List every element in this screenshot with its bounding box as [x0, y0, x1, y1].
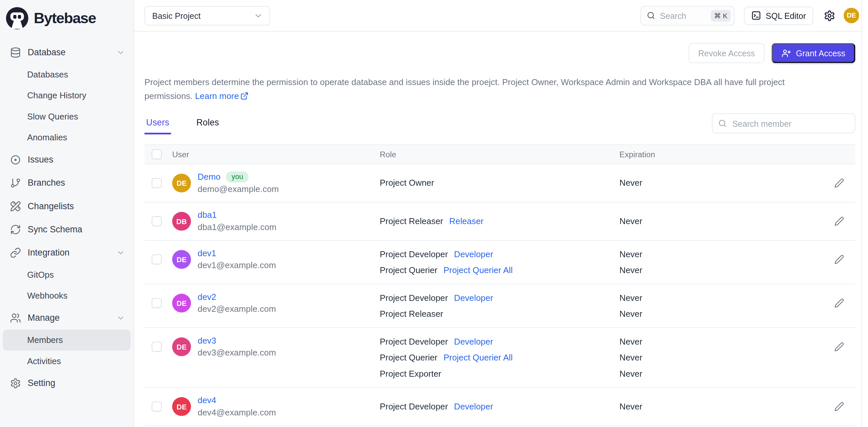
member-cell: DEdev3dev3@example.com [172, 334, 380, 360]
role-link[interactable]: Developer [454, 249, 493, 259]
member-name-link[interactable]: dba1 [198, 209, 217, 221]
role-cell: Project ReleaserReleaser [380, 208, 620, 234]
sidebar: Bytebase DatabaseDatabasesChange History… [0, 0, 134, 427]
expiration-value: Never [620, 290, 752, 306]
sidebar-item-changelists[interactable]: Changelists [3, 195, 130, 218]
sidebar-item-label: Databases [27, 70, 125, 80]
sidebar-item-integration[interactable]: Integration [3, 241, 130, 264]
chevron-down-icon [253, 11, 263, 20]
sidebar-item-label: Sync Schema [28, 224, 125, 234]
sidebar-item-sync-schema[interactable]: Sync Schema [3, 218, 130, 241]
main-area: Basic Project Search ⌘ K SQL E [134, 0, 868, 427]
role-cell: Project DeveloperDeveloper [380, 393, 620, 420]
role-link[interactable]: Project Querier All [444, 265, 513, 275]
topbar: Basic Project Search ⌘ K SQL E [134, 0, 868, 31]
role-link[interactable]: Developer [454, 401, 493, 412]
sidebar-item-issues[interactable]: Issues [3, 148, 130, 171]
member-name-link[interactable]: dev2 [198, 291, 216, 302]
sidebar-item-label: Issues [28, 155, 125, 165]
chevron-down-icon [116, 48, 125, 57]
role-link[interactable]: Releaser [449, 216, 484, 226]
brand-logo[interactable]: Bytebase [0, 0, 133, 36]
sidebar-item-webhooks[interactable]: Webhooks [3, 285, 130, 306]
sidebar-item-change-history[interactable]: Change History [3, 85, 130, 106]
sql-editor-label: SQL Editor [766, 11, 806, 20]
row-checkbox[interactable] [152, 255, 162, 264]
row-checkbox[interactable] [152, 401, 162, 412]
edit-pencil-icon[interactable] [834, 342, 844, 352]
sidebar-item-setting[interactable]: Setting [3, 372, 130, 395]
sidebar-item-database[interactable]: Database [3, 41, 130, 64]
user-avatar[interactable]: DE [843, 8, 859, 23]
member-name-link[interactable]: Demo [198, 171, 221, 183]
member-meta: dev3dev3@example.com [198, 334, 276, 360]
edit-pencil-icon[interactable] [834, 298, 844, 308]
tabs: UsersRoles [145, 118, 221, 134]
expiration-value: Never [620, 334, 752, 350]
sidebar-item-manage[interactable]: Manage [3, 306, 130, 330]
gear-icon[interactable] [824, 10, 835, 21]
edit-pencil-icon[interactable] [834, 255, 844, 264]
member-cell: DBdba1dba1@example.com [172, 208, 380, 234]
role-line: Project QuerierProject Querier All [380, 262, 620, 278]
sidebar-item-label: Anomalies [27, 133, 125, 143]
table-header: User Role Expiration [145, 145, 855, 164]
role-link[interactable]: Project Querier All [444, 353, 513, 362]
expiration-value: Never [620, 306, 752, 322]
table-row: DEdev1dev1@example.comProject DeveloperD… [145, 241, 855, 284]
member-search [712, 113, 856, 133]
select-all-checkbox[interactable] [152, 149, 162, 159]
row-checkbox-cell [145, 208, 172, 234]
revoke-access-button[interactable]: Revoke Access [689, 43, 764, 63]
sidebar-item-anomalies[interactable]: Anomalies [3, 127, 130, 148]
sidebar-item-branches[interactable]: Branches [3, 171, 130, 195]
app-window: Bytebase DatabaseDatabasesChange History… [0, 0, 868, 427]
sidebar-item-activities[interactable]: Activities [3, 351, 130, 371]
terminal-icon [751, 10, 761, 21]
sidebar-item-slow-queries[interactable]: Slow Queries [3, 106, 130, 127]
role-cell: Project DeveloperDeveloperProject Querie… [380, 334, 620, 382]
project-selector[interactable]: Basic Project [145, 6, 270, 25]
global-search-input[interactable]: Search ⌘ K [641, 6, 735, 25]
link-icon [10, 247, 21, 258]
sidebar-item-label: Branches [28, 178, 125, 188]
member-name-link[interactable]: dev3 [198, 335, 216, 346]
role-cell: Project DeveloperDeveloperProject Querie… [380, 246, 620, 278]
member-search-input[interactable] [731, 118, 849, 129]
expiration-value: Never [620, 246, 752, 262]
tab-roles[interactable]: Roles [195, 118, 221, 134]
table-row: DEdev3dev3@example.comProject DeveloperD… [145, 328, 855, 388]
tab-users[interactable]: Users [145, 118, 171, 134]
sidebar-item-members[interactable]: Members [3, 330, 130, 351]
role-link[interactable]: Developer [454, 337, 493, 347]
row-checkbox[interactable] [152, 342, 162, 352]
avatar: DE [172, 250, 191, 269]
sidebar-item-databases[interactable]: Databases [3, 64, 130, 85]
edit-pencil-icon[interactable] [834, 178, 844, 188]
row-checkbox[interactable] [152, 178, 162, 188]
row-checkbox-cell [145, 393, 172, 420]
sidebar-item-gitops[interactable]: GitOps [3, 264, 130, 285]
scrollbar-gutter[interactable] [861, 0, 868, 427]
row-checkbox[interactable] [152, 298, 162, 308]
member-name-line: dev1 [198, 247, 276, 259]
edit-pencil-icon[interactable] [834, 216, 844, 226]
row-checkbox[interactable] [152, 216, 162, 226]
member-name-link[interactable]: dev1 [198, 247, 216, 259]
edit-pencil-icon[interactable] [834, 401, 844, 412]
member-meta: dev2dev2@example.com [198, 290, 276, 317]
pencil-ruler-icon [10, 201, 21, 212]
member-name-line: dev2 [198, 291, 276, 302]
member-meta: Demoyoudemo@example.com [198, 170, 279, 196]
sql-editor-button[interactable]: SQL Editor [744, 6, 813, 25]
role-line: Project Exporter [380, 366, 620, 382]
brand-name: Bytebase [34, 10, 96, 27]
member-name-link[interactable]: dev4 [198, 394, 216, 406]
member-cell: DEdev2dev2@example.com [172, 290, 380, 317]
learn-more-link[interactable]: Learn more [195, 91, 248, 100]
grant-access-button[interactable]: Grant Access [772, 43, 856, 63]
sidebar-item-label: GitOps [27, 270, 125, 280]
role-name: Project Developer [380, 249, 448, 259]
edit-cell [752, 246, 856, 273]
role-link[interactable]: Developer [454, 293, 493, 303]
